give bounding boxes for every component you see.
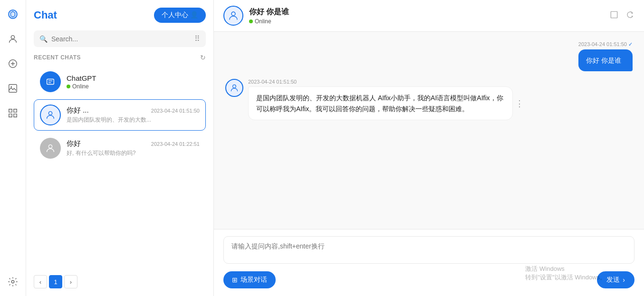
- send-arrow-icon: ›: [623, 276, 625, 284]
- chat-header-actions: [610, 10, 634, 21]
- recent-chats-header: RECENT CHATS ↻: [34, 54, 206, 61]
- online-dot: [67, 85, 70, 88]
- chat-item-nihao2[interactable]: 你好 2023-04-24 01:22:51 好, 有什么可以帮助你的吗?: [34, 133, 206, 164]
- add-nav-icon[interactable]: [4, 55, 21, 72]
- message-row-outgoing: 2023-04-24 01:51:50 ✓ 你好 你是谁: [225, 41, 633, 71]
- incoming-msg-content: 2023-04-24 01:51:50 是国内团队发明的、开发的大数据机器人 A…: [248, 79, 513, 120]
- search-bar: 🔍 ⠿: [34, 30, 206, 47]
- message-more-icon[interactable]: ⋮: [515, 96, 524, 110]
- nihao1-info: 你好 ... 2023-04-24 01:51:50 是国内团队发明的、开发的大…: [67, 106, 200, 124]
- nihao1-preview: 是国内团队发明的、开发的大数...: [67, 116, 200, 124]
- nihao1-name: 你好 ...: [67, 106, 89, 115]
- svg-point-11: [233, 85, 236, 88]
- message-input[interactable]: [223, 236, 634, 264]
- chat-item-nihao1[interactable]: 你好 ... 2023-04-24 01:51:50 是国内团队发明的、开发的大…: [34, 99, 206, 131]
- openai-logo-icon[interactable]: [4, 6, 21, 23]
- chat-header-avatar: [223, 6, 243, 26]
- nihao2-avatar: [40, 138, 61, 159]
- send-button[interactable]: 发送 ›: [597, 271, 634, 288]
- refresh-header-icon[interactable]: [626, 10, 634, 21]
- incoming-timestamp: 2023-04-24 01:51:50: [248, 79, 513, 85]
- chat-header-info: 你好 你是谁 Online: [249, 7, 604, 25]
- svg-rect-3: [9, 85, 17, 93]
- chatgpt-info: ChatGPT Online: [67, 74, 200, 90]
- page-next-button[interactable]: ›: [64, 275, 77, 288]
- chat-header-name: 你好 你是谁: [249, 7, 604, 17]
- incoming-bubble: 是国内团队发明的、开发的大数据机器人 AIfix小助手，我的AI语言模型叫做AI…: [248, 86, 513, 120]
- svg-point-4: [10, 86, 12, 87]
- message-row-incoming: 2023-04-24 01:51:50 是国内团队发明的、开发的大数据机器人 A…: [225, 79, 633, 120]
- svg-point-9: [231, 12, 235, 16]
- outgoing-msg-content: 2023-04-24 01:51:50 ✓ 你好 你是谁: [578, 41, 633, 71]
- nihao2-time: 2023-04-24 01:22:51: [151, 141, 200, 147]
- nihao2-preview: 好, 有什么可以帮助你的吗?: [67, 149, 200, 157]
- svg-point-5: [11, 280, 14, 283]
- search-input[interactable]: [51, 35, 191, 43]
- sidebar-header: Chat 个人中心 👤: [34, 8, 206, 23]
- nihao1-avatar: [40, 105, 61, 125]
- svg-point-7: [48, 112, 52, 115]
- icon-bar: [0, 0, 26, 296]
- chat-main: 你好 你是谁 Online 2023-04-24 01:51:50 ✓: [214, 0, 644, 296]
- outgoing-timestamp: 2023-04-24 01:51:50 ✓: [578, 41, 633, 48]
- grid-search-icon[interactable]: ⠿: [194, 34, 200, 43]
- chatgpt-name: ChatGPT: [67, 74, 96, 82]
- svg-point-8: [48, 145, 52, 148]
- maximize-icon[interactable]: [610, 10, 618, 21]
- input-actions: ⊞ 场景对话 发送 ›: [223, 271, 634, 288]
- svg-rect-10: [611, 11, 617, 18]
- page-1-button[interactable]: 1: [49, 275, 62, 288]
- search-icon: 🔍: [39, 35, 48, 43]
- recent-chats-label: RECENT CHATS: [34, 54, 81, 61]
- header-online-dot: [249, 19, 253, 23]
- chatgpt-status: Online: [67, 83, 200, 90]
- image-nav-icon[interactable]: [4, 80, 21, 97]
- input-area: ⊞ 场景对话 发送 ›: [214, 229, 644, 296]
- checkmark-icon: ✓: [628, 41, 633, 47]
- chatgpt-avatar: [40, 71, 61, 92]
- settings-nav-icon[interactable]: [4, 273, 21, 290]
- messages-area: 2023-04-24 01:51:50 ✓ 你好 你是谁 2023-04-24 …: [214, 32, 644, 229]
- incoming-avatar: [225, 79, 243, 97]
- sidebar: Chat 个人中心 👤 🔍 ⠿ RECENT CHATS ↻ ChatGPT O…: [26, 0, 214, 296]
- nihao2-name: 你好: [67, 139, 81, 148]
- scene-dialog-button[interactable]: ⊞ 场景对话: [223, 271, 276, 288]
- sidebar-title: Chat: [34, 9, 57, 21]
- chat-item-chatgpt[interactable]: ChatGPT Online: [34, 66, 206, 97]
- nihao1-time: 2023-04-24 01:51:50: [151, 108, 200, 114]
- grid-nav-icon[interactable]: [4, 105, 21, 122]
- user-profile-icon[interactable]: [4, 30, 21, 48]
- outgoing-bubble: 你好 你是谁: [578, 49, 633, 71]
- svg-rect-6: [47, 79, 54, 85]
- svg-point-1: [11, 36, 14, 39]
- chat-list: ChatGPT Online 你好 ... 2023-04-24 01:51:: [34, 66, 206, 268]
- personal-center-button[interactable]: 个人中心 👤: [154, 8, 206, 23]
- nihao2-info: 你好 2023-04-24 01:22:51 好, 有什么可以帮助你的吗?: [67, 139, 200, 157]
- page-prev-button[interactable]: ‹: [34, 275, 47, 288]
- pagination: ‹ 1 ›: [34, 275, 206, 288]
- scene-icon: ⊞: [232, 276, 238, 284]
- chat-header-status: Online: [249, 18, 604, 25]
- refresh-icon[interactable]: ↻: [200, 54, 206, 61]
- chat-header: 你好 你是谁 Online: [214, 0, 644, 32]
